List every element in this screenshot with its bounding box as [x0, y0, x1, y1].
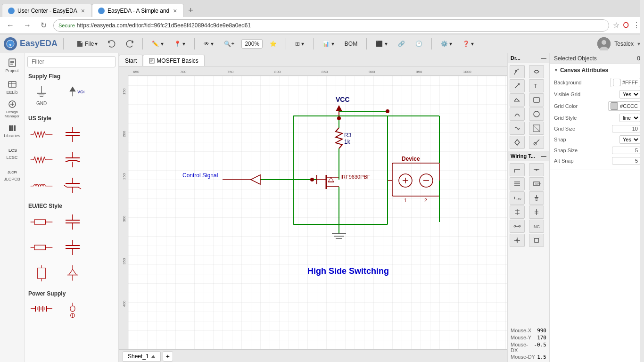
lib-item-resistor-eu2[interactable] [27, 237, 56, 258]
separator-7 [431, 38, 432, 49]
wire-tool-5[interactable]: +5V [510, 191, 525, 205]
wire-tool-11[interactable] [510, 234, 525, 247]
place-button[interactable]: 📍 ▾ [171, 39, 189, 49]
url-bar[interactable]: Secure https://easyeda.com/editor#id=96f… [53, 19, 609, 32]
lib-item-transformer[interactable] [58, 299, 87, 321]
lib-item-gnd[interactable]: GND [27, 82, 56, 108]
draw-tool-11[interactable] [510, 136, 525, 149]
star-button[interactable]: ⭐ [266, 39, 280, 49]
lib-item-resistor-eu[interactable] [27, 211, 56, 233]
wire-tool-10[interactable]: NC [529, 220, 544, 233]
lib-item-capacitor-eu2[interactable] [58, 237, 87, 258]
svg-text:1: 1 [404, 198, 407, 203]
draw-tool-9[interactable] [510, 122, 525, 135]
draw-button[interactable]: ✏️ ▾ [149, 39, 166, 49]
redo-button[interactable] [123, 38, 137, 49]
editor-tab-start[interactable]: Start [119, 55, 143, 66]
lib-item-diode[interactable] [58, 262, 87, 284]
wiring-tools-collapse[interactable]: — [541, 153, 546, 159]
svg-marker-111 [328, 177, 334, 182]
design-manager-tool[interactable]: Design Manager [2, 99, 23, 119]
lib-item-vcc[interactable]: VCC [58, 82, 87, 108]
lcsc-tool[interactable]: LCSC LCSC [2, 142, 23, 163]
logo-text: EasyEDA [20, 39, 58, 49]
draw-tool-8[interactable] [529, 107, 544, 121]
snap-select[interactable]: Yes No [619, 135, 640, 144]
sheet-add-button[interactable]: + [163, 351, 173, 362]
lib-item-inductor[interactable] [27, 174, 56, 196]
draw-tool-6[interactable] [529, 93, 544, 107]
zoom-in-button[interactable]: 🔍+ [221, 39, 238, 49]
wire-tool-12[interactable] [529, 234, 544, 247]
sim-button[interactable]: 📊 ▾ [319, 39, 337, 49]
library-content: Supply Flag GND [25, 70, 118, 362]
wire-tool-3[interactable] [510, 177, 525, 190]
tab-1-close[interactable]: × [80, 7, 86, 15]
lib-item-resistor-v[interactable] [27, 262, 56, 284]
svg-point-137 [515, 70, 517, 72]
undo-button[interactable] [105, 38, 119, 49]
menu-button[interactable]: ⋮ [633, 21, 640, 30]
draw-tool-4[interactable]: T [529, 79, 544, 92]
lib-item-capacitor2[interactable] [58, 149, 87, 171]
wire-tool-8[interactable] [529, 206, 544, 219]
grid-button[interactable]: ⊞ ▾ [292, 39, 307, 49]
wire-tool-7[interactable] [510, 206, 525, 219]
lib-item-resistor[interactable] [27, 123, 56, 145]
history-button[interactable]: 🕐 [412, 39, 426, 49]
new-tab-button[interactable]: + [184, 4, 197, 17]
wire-tool-9[interactable] [510, 220, 525, 233]
draw-tool-3[interactable] [510, 79, 525, 92]
share-button[interactable]: 🔗 [395, 39, 408, 49]
bom-button[interactable]: BOM [341, 39, 361, 49]
project-tool[interactable]: Project [2, 55, 23, 76]
lib-item-resistor2[interactable] [27, 149, 56, 171]
background-value[interactable]: #FFFF [611, 78, 640, 87]
draw-tools-collapse[interactable]: — [541, 55, 546, 61]
editor-tab-mosfet[interactable]: MOSFET Basics [143, 55, 204, 66]
tab-2[interactable]: EasyEDA - A Simple and × [92, 4, 184, 17]
eelib-tool[interactable]: EELib [2, 77, 23, 98]
svg-text:400: 400 [122, 300, 126, 307]
grid-color-value[interactable]: #CCCC [608, 101, 640, 111]
draw-tool-12[interactable] [529, 136, 544, 149]
canvas-viewport[interactable]: VCC R3 1k [128, 76, 507, 349]
filter-input[interactable] [27, 56, 116, 67]
svg-marker-136 [151, 355, 155, 358]
tab-2-close[interactable]: × [172, 7, 178, 15]
opera-button[interactable]: O [623, 21, 629, 30]
lib-item-capacitor[interactable] [58, 123, 87, 145]
wire-tool-4[interactable]: VCC [529, 177, 544, 190]
draw-tool-1[interactable] [510, 65, 525, 78]
grid-color-text: #CCCC [620, 103, 638, 109]
export-button[interactable]: ⬛ ▾ [372, 39, 390, 49]
forward-button[interactable]: → [21, 20, 34, 31]
refresh-button[interactable]: ↻ [38, 20, 50, 31]
lib-item-zener[interactable] [58, 174, 87, 196]
draw-tool-5[interactable] [510, 93, 525, 107]
wire-tool-6[interactable] [529, 191, 544, 205]
sheet-tab-1[interactable]: Sheet_1 [123, 351, 161, 362]
grid-color-row: Grid Color #CCCC [554, 100, 640, 112]
help-button[interactable]: ❓ ▾ [459, 39, 477, 49]
svg-rect-16 [11, 125, 13, 131]
user-avatar [597, 37, 611, 50]
visible-grid-select[interactable]: Yes No [619, 90, 640, 99]
draw-tool-7[interactable] [510, 107, 525, 121]
lib-item-capacitor-eu[interactable] [58, 211, 87, 233]
grid-style-select[interactable]: line dot [619, 114, 640, 122]
tab-1[interactable]: User Center - EasyEDA × [2, 4, 92, 17]
draw-tool-10[interactable] [529, 122, 544, 135]
wire-tool-2[interactable] [529, 163, 544, 176]
draw-tool-2[interactable] [529, 65, 544, 78]
wire-tool-1[interactable] [510, 163, 525, 176]
view-button[interactable]: 👁 ▾ [200, 39, 217, 49]
back-button[interactable]: ← [4, 20, 17, 31]
bookmark-button[interactable]: ☆ [613, 21, 619, 30]
file-button[interactable]: File ▾ [73, 38, 101, 49]
jlcpcb-tool[interactable]: JLCPCB JLCPCB [2, 164, 23, 184]
power-supply-row1 [27, 299, 116, 321]
settings-button[interactable]: ⚙️ ▾ [438, 39, 455, 49]
libraries-tool[interactable]: Libraries [2, 120, 23, 141]
lib-item-battery[interactable] [27, 299, 56, 321]
